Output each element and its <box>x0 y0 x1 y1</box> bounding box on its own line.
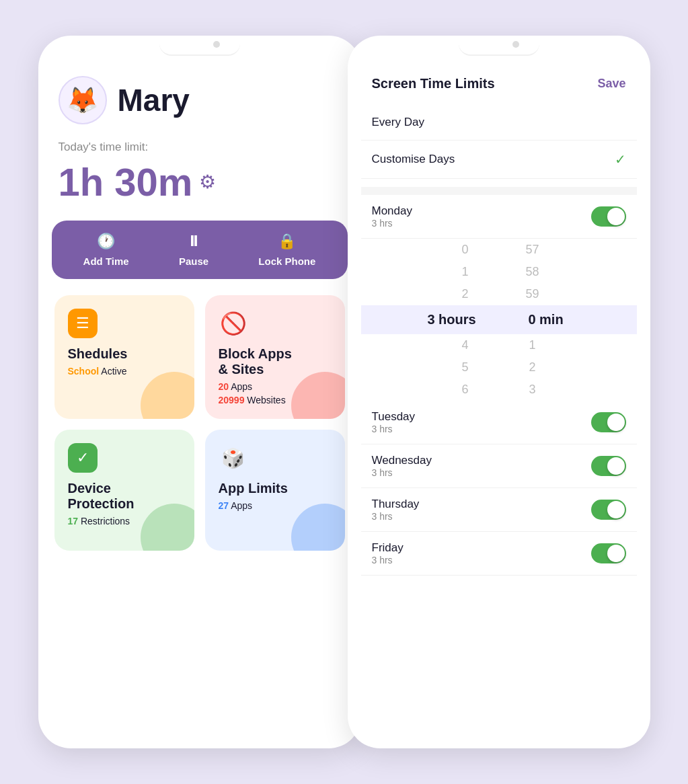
picker-selected-row: 3 hours 0 min <box>361 305 637 334</box>
restrictions-count: 17 <box>68 516 79 526</box>
customise-days-label: Customise Days <box>372 153 455 166</box>
add-time-label: Add Time <box>83 256 129 267</box>
app-limits-title: App Limits <box>219 481 332 496</box>
main-container: 🦊 Mary Today's time limit: 1h 30m ⚙ 🕐 Ad… <box>25 15 664 769</box>
websites-label: Websites <box>247 395 285 405</box>
schedules-icon: ☰ <box>76 315 89 332</box>
clock-icon: 🕐 <box>97 233 115 250</box>
selected-hours: 3 hours <box>405 312 499 327</box>
customise-days-option[interactable]: Customise Days ✓ <box>361 141 637 179</box>
lock-phone-label: Lock Phone <box>258 256 315 267</box>
pause-icon: ⏸ <box>186 233 201 250</box>
time-value: 1h 30m <box>59 159 193 204</box>
friday-toggle[interactable] <box>591 543 626 563</box>
schedules-title: Shedules <box>68 346 181 362</box>
feature-grid: ☰ Shedules School Active 🚫 Block Apps& S… <box>52 295 348 551</box>
notch-dot <box>213 41 220 48</box>
tuesday-toggle[interactable] <box>591 412 626 432</box>
wednesday-row[interactable]: Wednesday 3 hrs <box>361 444 637 488</box>
picker-hour-2: 2 <box>445 287 486 301</box>
thursday-name: Thursday <box>372 498 420 511</box>
time-display: 1h 30m ⚙ <box>52 159 348 204</box>
picker-row-top3: 0 57 <box>361 239 637 261</box>
friday-info: Friday 3 hrs <box>372 541 404 565</box>
picker-min-58: 58 <box>512 265 553 279</box>
lock-icon: 🔒 <box>278 233 296 250</box>
picker-row-bot2: 5 2 <box>361 356 637 379</box>
profile-section: 🦊 Mary <box>52 69 348 124</box>
tuesday-row[interactable]: Tuesday 3 hrs <box>361 401 637 444</box>
monday-expanded-section: Monday 3 hrs 0 57 1 58 2 59 <box>361 195 637 401</box>
screen-header: Screen Time Limits Save <box>361 69 637 105</box>
every-day-label: Every Day <box>372 116 424 129</box>
divider-1 <box>361 187 637 195</box>
tuesday-hours: 3 hrs <box>372 424 416 434</box>
picker-hour-5: 5 <box>445 360 486 375</box>
screen-title: Screen Time Limits <box>372 76 495 91</box>
picker-hour-0: 0 <box>445 243 486 257</box>
picker-hour-4: 4 <box>445 338 486 352</box>
time-picker[interactable]: 0 57 1 58 2 59 3 hours 0 min 4 1 <box>361 239 637 401</box>
monday-row[interactable]: Monday 3 hrs <box>361 195 637 239</box>
dice-icon: 🎲 <box>221 447 245 469</box>
schedules-card[interactable]: ☰ Shedules School Active <box>54 295 194 419</box>
picker-min-3: 3 <box>512 383 553 397</box>
picker-min-1: 1 <box>512 338 553 352</box>
schedules-icon-wrap: ☰ <box>68 309 98 338</box>
schedules-bg-circle <box>141 372 194 419</box>
apps-label: Apps <box>231 381 252 392</box>
time-limit-label: Today's time limit: <box>52 141 348 154</box>
block-icon: 🚫 <box>220 311 247 336</box>
add-time-button[interactable]: 🕐 Add Time <box>83 233 129 267</box>
left-phone: 🦊 Mary Today's time limit: 1h 30m ⚙ 🕐 Ad… <box>38 36 361 748</box>
block-apps-card[interactable]: 🚫 Block Apps& Sites 20 Apps 20999 Websit… <box>205 295 345 419</box>
wednesday-hours: 3 hrs <box>372 467 432 478</box>
schedules-badge: School <box>68 366 100 377</box>
monday-hours: 3 hrs <box>372 218 412 229</box>
right-phone: Screen Time Limits Save Every Day Custom… <box>348 36 650 748</box>
app-limits-label: Apps <box>231 500 252 511</box>
friday-row[interactable]: Friday 3 hrs <box>361 532 637 576</box>
avatar: 🦊 <box>59 76 107 124</box>
tuesday-info: Tuesday 3 hrs <box>372 410 416 434</box>
right-notch-dot <box>512 41 519 48</box>
day-options: Every Day Customise Days ✓ <box>361 105 637 179</box>
websites-count: 20999 <box>219 395 245 405</box>
save-button[interactable]: Save <box>597 77 625 91</box>
wednesday-toggle[interactable] <box>591 456 626 476</box>
thursday-row[interactable]: Thursday 3 hrs <box>361 488 637 532</box>
action-bar[interactable]: 🕐 Add Time ⏸ Pause 🔒 Lock Phone <box>52 221 348 279</box>
thursday-hours: 3 hrs <box>372 511 420 522</box>
pause-label: Pause <box>179 256 208 267</box>
friday-name: Friday <box>372 541 404 555</box>
tuesday-name: Tuesday <box>372 410 416 424</box>
thursday-info: Thursday 3 hrs <box>372 498 420 522</box>
restrictions-label: Restrictions <box>81 516 130 526</box>
app-limits-card[interactable]: 🎲 App Limits 27 Apps <box>205 430 345 551</box>
app-limits-count: 27 <box>219 500 229 511</box>
device-protection-card[interactable]: ✓ DeviceProtection 17 Restrictions <box>54 430 194 551</box>
gear-icon[interactable]: ⚙ <box>199 171 216 193</box>
picker-row-top1: 2 59 <box>361 283 637 305</box>
days-section: Tuesday 3 hrs Wednesday 3 hrs Thursday 3… <box>361 401 637 576</box>
wednesday-name: Wednesday <box>372 454 432 467</box>
picker-min-2: 2 <box>512 360 553 375</box>
picker-hour-6: 6 <box>445 383 486 397</box>
avatar-emoji: 🦊 <box>67 87 98 113</box>
profile-name: Mary <box>118 82 190 118</box>
monday-name: Monday <box>372 204 412 218</box>
selected-min: 0 min <box>499 312 593 327</box>
block-apps-title: Block Apps& Sites <box>219 346 332 377</box>
thursday-toggle[interactable] <box>591 500 626 520</box>
wednesday-info: Wednesday 3 hrs <box>372 454 432 478</box>
protection-icon-wrap: ✓ <box>68 443 98 473</box>
monday-info: Monday 3 hrs <box>372 204 412 229</box>
monday-toggle[interactable] <box>591 206 626 227</box>
lock-phone-button[interactable]: 🔒 Lock Phone <box>258 233 315 267</box>
picker-row-bot3: 6 3 <box>361 379 637 401</box>
check-icon: ✓ <box>77 449 89 467</box>
picker-row-bot1: 4 1 <box>361 334 637 356</box>
every-day-option[interactable]: Every Day <box>361 105 637 141</box>
schedules-subtitle: Active <box>101 366 126 377</box>
pause-button[interactable]: ⏸ Pause <box>179 233 208 267</box>
